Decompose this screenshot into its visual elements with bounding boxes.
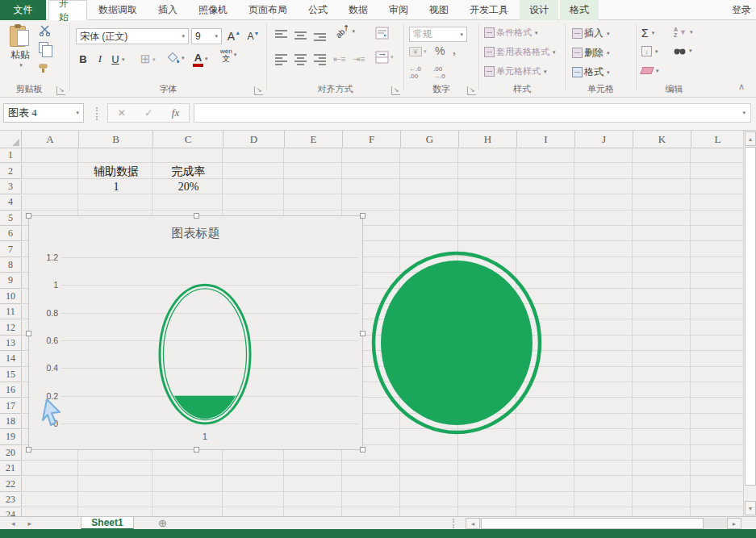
column-header-B[interactable]: B	[79, 131, 153, 148]
insert-cells-button[interactable]: 插入▾	[572, 27, 610, 40]
align-top-button[interactable]	[275, 30, 287, 38]
format-as-table-button[interactable]: 套用表格格式▾	[484, 46, 556, 58]
ribbon-tab-11[interactable]: 设计	[520, 0, 558, 20]
row-header-11[interactable]: 11	[0, 305, 22, 319]
column-header-J[interactable]: J	[575, 131, 633, 148]
name-box-dropdown-icon[interactable]: ▾	[76, 110, 79, 116]
font-dialog-launcher[interactable]: ↘	[254, 86, 263, 95]
vertical-scrollbar[interactable]: ▴ ▾	[743, 131, 756, 516]
scroll-left-button[interactable]: ◂	[466, 518, 480, 529]
chart-object[interactable]: 图表标题 00.20.40.60.811.21	[28, 215, 363, 450]
accounting-format-button[interactable]: ¥▾	[409, 47, 427, 56]
prev-sheet-button[interactable]: ◂	[11, 519, 15, 528]
next-sheet-button[interactable]: ▸	[28, 519, 32, 528]
row-header-1[interactable]: 1	[0, 148, 22, 163]
chart-handle-s[interactable]	[194, 447, 199, 453]
column-header-I[interactable]: I	[517, 131, 575, 148]
enter-icon[interactable]: ✓	[144, 107, 152, 119]
row-header-13[interactable]: 13	[0, 336, 22, 351]
collapse-ribbon-button[interactable]: ∧	[738, 81, 745, 92]
row-header-3[interactable]: 3	[0, 180, 22, 194]
ribbon-tab-1[interactable]: 开始	[48, 0, 87, 20]
row-header-16[interactable]: 16	[0, 383, 22, 398]
scroll-down-button[interactable]: ▾	[745, 501, 756, 515]
alignment-dialog-launcher[interactable]: ↘	[391, 86, 400, 95]
font-size-combo[interactable]: 9▾	[191, 28, 222, 44]
row-header-8[interactable]: 8	[0, 258, 22, 273]
sign-in-button[interactable]: 登录	[732, 0, 751, 20]
percent-style-button[interactable]: %	[435, 44, 445, 57]
select-all-corner[interactable]	[0, 131, 22, 148]
borders-button[interactable]: ⊞	[138, 51, 152, 67]
ribbon-tab-9[interactable]: 视图	[420, 0, 458, 20]
column-header-C[interactable]: C	[153, 131, 223, 148]
row-header-23[interactable]: 23	[0, 493, 22, 507]
column-header-E[interactable]: E	[285, 131, 343, 148]
formula-input[interactable]: ▾	[194, 103, 751, 123]
cell-C2[interactable]: 完成率	[153, 164, 223, 179]
row-header-5[interactable]: 5	[0, 211, 22, 226]
row-header-15[interactable]: 15	[0, 368, 22, 382]
find-select-button[interactable]: ▾	[674, 46, 692, 56]
row-header-14[interactable]: 14	[0, 352, 22, 366]
row-header-6[interactable]: 6	[0, 227, 22, 241]
paste-button[interactable]: 粘贴 ▾	[6, 24, 34, 69]
decrease-indent-button[interactable]: ⇤≡	[333, 54, 346, 65]
fill-color-button[interactable]: ▾	[167, 52, 185, 65]
ribbon-tab-8[interactable]: 审阅	[379, 0, 418, 20]
green-circle-shape[interactable]	[367, 248, 546, 437]
chart-handle-sw[interactable]	[26, 447, 31, 453]
clear-button[interactable]: ▾	[641, 67, 659, 74]
name-box[interactable]: 图表 4 ▾	[3, 103, 84, 123]
row-header-24[interactable]: 24	[0, 508, 22, 516]
clipboard-dialog-launcher[interactable]: ↘	[56, 86, 65, 95]
delete-cells-button[interactable]: 删除▾	[572, 46, 610, 60]
decrease-decimal-button[interactable]: .00 →.0	[433, 65, 445, 80]
tab-bar-resize-grip[interactable]	[453, 519, 455, 528]
column-header-D[interactable]: D	[223, 131, 285, 148]
row-header-9[interactable]: 9	[0, 273, 22, 288]
number-format-combo[interactable]: 常规▾	[409, 27, 467, 42]
column-header-L[interactable]: L	[691, 131, 743, 148]
cell-styles-button[interactable]: 单元格样式▾	[484, 65, 547, 77]
increase-indent-button[interactable]: ⇥≡	[353, 54, 365, 65]
align-left-button[interactable]	[275, 54, 287, 65]
shrink-font-button[interactable]: A▼	[246, 28, 261, 44]
row-header-2[interactable]: 2	[0, 164, 22, 178]
format-cells-button[interactable]: 格式▾	[572, 65, 610, 79]
ribbon-tab-3[interactable]: 插入	[148, 0, 187, 20]
ribbon-tab-2[interactable]: 数据调取	[89, 0, 147, 20]
row-header-4[interactable]: 4	[0, 195, 22, 210]
orientation-button[interactable]: ab↗▾	[335, 27, 355, 35]
wrap-text-button[interactable]	[375, 27, 389, 43]
ribbon-tab-5[interactable]: 页面布局	[239, 0, 297, 20]
ribbon-tab-7[interactable]: 数据	[339, 0, 378, 20]
autosum-button[interactable]: Σ▾	[641, 27, 654, 40]
sort-filter-button[interactable]: AZ ▼▾	[674, 27, 693, 38]
ribbon-tab-6[interactable]: 公式	[299, 0, 337, 20]
chart-handle-nw[interactable]	[26, 213, 31, 219]
cell-B2[interactable]: 辅助数据	[79, 164, 153, 179]
cancel-icon[interactable]: ✕	[118, 107, 126, 119]
row-header-22[interactable]: 22	[0, 477, 22, 491]
column-header-G[interactable]: G	[401, 131, 459, 148]
font-color-button[interactable]: A ▾	[193, 50, 208, 67]
formula-expand-icon[interactable]: ▾	[742, 110, 746, 116]
column-header-F[interactable]: F	[343, 131, 401, 148]
chart-handle-e[interactable]	[360, 331, 365, 336]
underline-dropdown-icon[interactable]: ▾	[122, 56, 125, 63]
fill-button[interactable]: ↓▾	[641, 46, 658, 56]
ribbon-tab-10[interactable]: 开发工具	[460, 0, 518, 20]
number-dialog-launcher[interactable]: ↘	[467, 86, 476, 95]
row-header-18[interactable]: 18	[0, 415, 22, 429]
conditional-formatting-button[interactable]: 条件格式▾	[484, 27, 538, 39]
align-middle-button[interactable]	[294, 31, 307, 40]
comma-style-button[interactable]: ,	[453, 43, 456, 57]
ribbon-tab-12[interactable]: 格式	[560, 0, 599, 20]
ribbon-tab-4[interactable]: 照像机	[189, 0, 237, 20]
cell-C3[interactable]: 20%	[153, 180, 223, 195]
grow-font-button[interactable]: A▲	[227, 28, 241, 44]
vertical-scroll-thumb[interactable]	[745, 147, 756, 486]
format-painter-button[interactable]	[39, 62, 50, 77]
sheet-tab-sheet1[interactable]: Sheet1	[81, 517, 134, 530]
